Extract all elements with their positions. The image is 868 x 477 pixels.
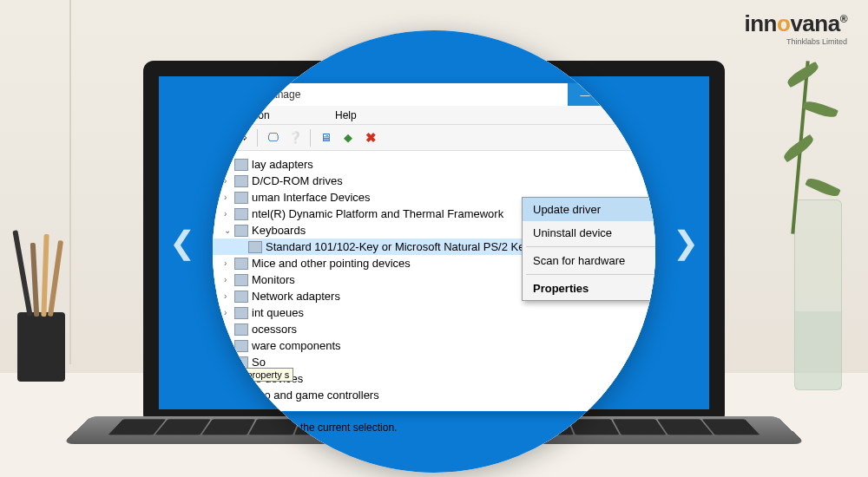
menu-bar: File Action Help xyxy=(213,106,655,125)
help-icon[interactable]: ❔ xyxy=(286,128,305,147)
pencil-cup xyxy=(17,312,65,382)
wall-divider xyxy=(69,0,71,364)
magnifier-circle: ⚙ Device Manage — ☐ ✕ File Action Help ⇦… xyxy=(213,30,655,473)
tree-label: int queues xyxy=(252,306,304,319)
device-icon xyxy=(234,208,248,220)
brand-tagline: Thinklabs Limited xyxy=(745,37,848,46)
context-separator xyxy=(526,274,655,275)
registered-icon: ® xyxy=(840,13,847,25)
brand-text: inn xyxy=(745,10,778,36)
device-icon xyxy=(234,258,248,270)
keyboard-icon xyxy=(248,241,262,253)
device-icon xyxy=(234,159,248,171)
device-icon xyxy=(234,175,248,187)
tree-item-software-components[interactable]: ›ware components xyxy=(213,337,655,354)
device-icon xyxy=(234,323,248,336)
brand-logo: innovana® Thinklabs Limited xyxy=(745,10,848,46)
context-properties[interactable]: Properties xyxy=(523,277,655,300)
tree-label: deo and game controllers xyxy=(252,389,379,402)
tree-item-dvd-cdrom[interactable]: ›D/CD-ROM drives xyxy=(213,173,655,189)
device-icon xyxy=(234,274,248,286)
device-icon xyxy=(234,307,248,319)
device-icon xyxy=(234,192,248,204)
carousel-left-icon[interactable]: ❮ xyxy=(169,225,195,261)
context-separator xyxy=(526,246,655,247)
tree-label: ocessors xyxy=(252,323,297,336)
tree-label: D/CD-ROM drives xyxy=(252,174,343,187)
properties-icon[interactable]: 🖵 xyxy=(263,128,282,147)
scan-icon[interactable]: 🖥 xyxy=(316,128,335,147)
status-text: the current selection. xyxy=(300,421,397,434)
menu-help[interactable]: Help xyxy=(335,109,357,121)
tree-item-print-queues[interactable]: ›int queues xyxy=(213,304,655,321)
tree-label: Monitors xyxy=(252,273,295,286)
toolbar-separator xyxy=(257,129,258,147)
tree-label: Network adapters xyxy=(252,290,340,303)
device-icon xyxy=(234,340,248,352)
plant xyxy=(773,61,842,234)
tree-item-sound-video[interactable]: ›deo and game controllers xyxy=(213,387,655,403)
brand-o: o xyxy=(777,10,790,36)
disable-icon[interactable]: ✖ xyxy=(361,128,380,147)
tree-label: So xyxy=(252,356,266,369)
toolbar-separator xyxy=(310,129,311,147)
tree-label: lay adapters xyxy=(252,158,313,171)
tree-label: ware components xyxy=(252,339,341,352)
tree-label: uman Interface Devices xyxy=(252,191,371,204)
tree-item-display-adapters[interactable]: ›lay adapters xyxy=(213,156,655,173)
brand-text: vana xyxy=(790,10,839,36)
carousel-right-icon[interactable]: ❯ xyxy=(673,225,699,261)
device-icon xyxy=(234,291,248,303)
tree-label: Keyboards xyxy=(252,224,306,237)
keyboard-icon xyxy=(234,225,248,237)
toolbar: ⇦ ⇨ 🖵 ❔ 🖥 ◆ ✖ xyxy=(213,125,655,151)
context-update-driver[interactable]: Update driver xyxy=(523,198,655,221)
enable-icon[interactable]: ◆ xyxy=(339,128,358,147)
context-menu: Update driver Uninstall device Scan for … xyxy=(522,197,655,301)
tree-label: ntel(R) Dynamic Platform and Thermal Fra… xyxy=(252,207,503,220)
pencils xyxy=(13,221,69,317)
context-uninstall-device[interactable]: Uninstall device xyxy=(523,221,655,245)
tree-label: Mice and other pointing devices xyxy=(252,257,411,270)
context-scan-hardware[interactable]: Scan for hardware xyxy=(523,249,655,272)
tree-item-processors[interactable]: ›ocessors xyxy=(213,321,655,337)
